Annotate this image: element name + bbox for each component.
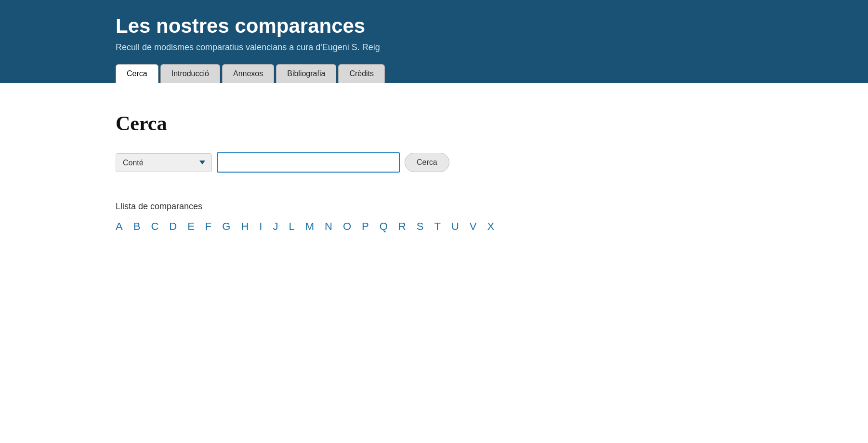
alphabet-link-f[interactable]: F [205, 220, 211, 233]
alphabet-link-o[interactable]: O [343, 220, 351, 233]
tab-annexos[interactable]: Annexos [222, 64, 274, 83]
alphabet-link-q[interactable]: Q [380, 220, 388, 233]
search-type-select[interactable]: Conté Comença per Acaba en És igual a [116, 153, 212, 172]
alphabet-link-u[interactable]: U [451, 220, 459, 233]
page-title: Cerca [116, 112, 752, 135]
main-content: Cerca Conté Comença per Acaba en És igua… [0, 83, 868, 252]
search-button[interactable]: Cerca [405, 153, 449, 172]
search-input[interactable] [217, 152, 400, 173]
site-subtitle: Recull de modismes comparatius valencian… [116, 42, 752, 53]
alphabet-link-x[interactable]: X [487, 220, 494, 233]
tab-credits[interactable]: Crèdits [338, 64, 385, 83]
site-header: Les nostres comparances Recull de modism… [0, 0, 868, 83]
alphabet-link-t[interactable]: T [434, 220, 440, 233]
search-select-wrapper: Conté Comença per Acaba en És igual a [116, 153, 212, 172]
alphabet-list: ABCDEFGHIJLMNOPQRSTUVX [116, 220, 752, 233]
list-section: Llista de comparances ABCDEFGHIJLMNOPQRS… [116, 201, 752, 233]
tab-introduccio[interactable]: Introducció [160, 64, 220, 83]
alphabet-link-h[interactable]: H [241, 220, 249, 233]
alphabet-link-l[interactable]: L [289, 220, 294, 233]
alphabet-link-a[interactable]: A [116, 220, 123, 233]
alphabet-link-m[interactable]: M [305, 220, 314, 233]
alphabet-link-c[interactable]: C [151, 220, 158, 233]
search-form: Conté Comença per Acaba en És igual a Ce… [116, 152, 752, 173]
alphabet-link-r[interactable]: R [398, 220, 406, 233]
alphabet-link-g[interactable]: G [222, 220, 230, 233]
alphabet-link-s[interactable]: S [417, 220, 424, 233]
alphabet-link-e[interactable]: E [187, 220, 195, 233]
tab-cerca[interactable]: Cerca [116, 64, 158, 83]
alphabet-link-j[interactable]: J [273, 220, 278, 233]
nav-tabs: Cerca Introducció Annexos Bibliografia C… [0, 64, 868, 83]
site-title: Les nostres comparances [116, 14, 752, 38]
list-heading: Llista de comparances [116, 201, 752, 212]
alphabet-link-n[interactable]: N [325, 220, 332, 233]
alphabet-link-i[interactable]: I [259, 220, 262, 233]
alphabet-link-v[interactable]: V [470, 220, 477, 233]
alphabet-link-b[interactable]: B [133, 220, 141, 233]
alphabet-link-p[interactable]: P [362, 220, 369, 233]
tab-bibliografia[interactable]: Bibliografia [276, 64, 336, 83]
alphabet-link-d[interactable]: D [169, 220, 177, 233]
